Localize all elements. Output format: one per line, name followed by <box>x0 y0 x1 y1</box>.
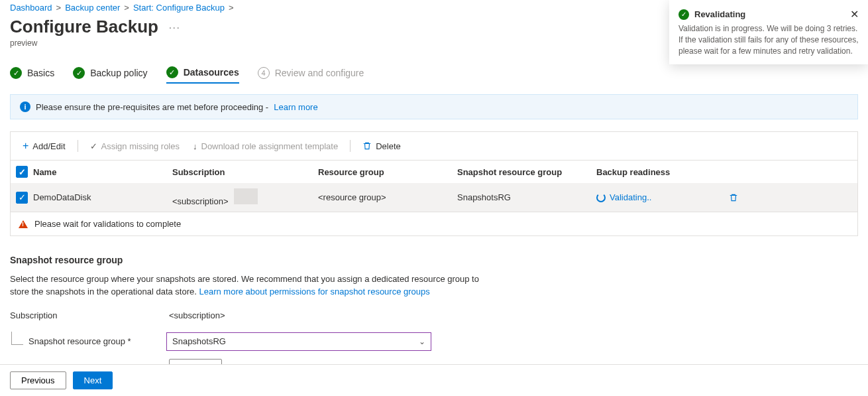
cell-name: DemoDataDisk <box>33 192 172 202</box>
separator <box>78 140 78 152</box>
chevron-down-icon: ⌄ <box>419 337 425 346</box>
step-label: Datasources <box>184 67 239 78</box>
select-all-checkbox[interactable]: ✓ <box>16 166 28 178</box>
subscription-row: Subscription <subscription> <box>10 310 858 320</box>
next-button[interactable]: Next <box>73 371 113 389</box>
page-title: Configure Backup <box>10 17 158 37</box>
button-label: Assign missing roles <box>101 141 180 151</box>
assign-roles-button: ✓ Assign missing roles <box>85 139 186 154</box>
delete-button[interactable]: Delete <box>357 139 406 154</box>
button-label: Delete <box>376 141 401 151</box>
cell-readiness: Validating.. <box>596 192 729 202</box>
chevron-right-icon: > <box>56 3 62 13</box>
download-icon: ↓ <box>193 141 197 151</box>
breadcrumb-item[interactable]: Dashboard <box>10 3 52 13</box>
cell-subscription: <subscription> <box>172 188 318 206</box>
breadcrumb-item[interactable]: Backup center <box>65 3 120 13</box>
breadcrumb-item[interactable]: Start: Configure Backup <box>133 3 225 13</box>
subscription-value: <subscription> <box>169 310 225 320</box>
snapshot-rg-label: Snapshot resource group * <box>28 336 166 346</box>
check-icon: ✓ <box>73 67 85 79</box>
check-icon: ✓ <box>90 141 97 151</box>
wizard-footer: Previous Next <box>0 364 868 396</box>
col-resource-group: Resource group <box>318 167 457 177</box>
step-review: 4 Review and configure <box>258 67 364 83</box>
select-value: SnapshotsRG <box>172 336 226 346</box>
close-button[interactable]: ✕ <box>850 8 859 21</box>
info-banner: i Please ensure the pre-requisites are m… <box>10 94 858 119</box>
readiness-text: Validating.. <box>610 192 651 202</box>
download-template-button: ↓ Download role assignment template <box>188 139 343 154</box>
snapshot-section-title: Snapshot resource group <box>10 255 858 265</box>
row-delete-button[interactable] <box>729 193 755 202</box>
cell-snapshot-rg: SnapshotsRG <box>457 192 596 202</box>
row-checkbox[interactable]: ✓ <box>16 192 28 204</box>
step-backup-policy[interactable]: ✓ Backup policy <box>73 67 147 83</box>
tree-line-icon <box>11 332 23 345</box>
chevron-right-icon: > <box>124 3 129 13</box>
toast-body: Validation is in progress. We will be do… <box>678 23 859 56</box>
table-header-row: ✓ Name Subscription Resource group Snaps… <box>11 161 857 183</box>
col-snapshot-rg: Snapshot resource group <box>457 167 596 177</box>
toast-title: Revalidating <box>694 9 845 19</box>
chevron-right-icon: > <box>229 3 234 13</box>
snapshot-section-desc: Select the resource group where your sna… <box>10 273 487 298</box>
learn-more-link[interactable]: Learn more <box>274 102 317 112</box>
table-row[interactable]: ✓ DemoDataDisk <subscription> <resource … <box>11 183 857 212</box>
previous-button[interactable]: Previous <box>10 371 66 389</box>
step-number-icon: 4 <box>258 67 270 79</box>
step-label: Backup policy <box>90 68 147 78</box>
more-actions-button[interactable]: ··· <box>166 22 184 33</box>
warning-icon <box>19 220 28 228</box>
trash-icon <box>362 141 372 151</box>
col-readiness: Backup readiness <box>596 167 729 177</box>
step-label: Review and configure <box>275 68 364 78</box>
step-datasources[interactable]: ✓ Datasources <box>166 66 239 84</box>
wizard-steps: ✓ Basics ✓ Backup policy ✓ Datasources 4… <box>10 66 858 84</box>
learn-more-link[interactable]: Learn more about permissions for snapsho… <box>199 287 429 297</box>
warning-text: Please wait for validations to complete <box>34 219 181 229</box>
snapshot-rg-row: Snapshot resource group * SnapshotsRG ⌄ <box>10 332 858 351</box>
notification-toast: ✓ Revalidating ✕ Validation is in progre… <box>669 0 868 64</box>
info-icon: i <box>20 101 30 112</box>
button-label: Download role assignment template <box>201 141 339 151</box>
validation-warning-row: Please wait for validations to complete <box>11 212 857 235</box>
col-subscription: Subscription <box>172 167 318 177</box>
subscription-label: Subscription <box>10 310 169 320</box>
plus-icon: + <box>23 140 28 152</box>
add-edit-button[interactable]: + Add/Edit <box>17 137 71 155</box>
button-label: Add/Edit <box>32 141 65 151</box>
check-icon: ✓ <box>166 66 178 78</box>
col-name: Name <box>33 167 172 177</box>
table-toolbar: + Add/Edit ✓ Assign missing roles ↓ Down… <box>11 132 857 161</box>
check-icon: ✓ <box>10 67 22 79</box>
separator <box>350 140 351 152</box>
step-basics[interactable]: ✓ Basics <box>10 67 54 83</box>
datasources-table: + Add/Edit ✓ Assign missing roles ↓ Down… <box>10 131 858 236</box>
spinner-icon <box>596 193 606 202</box>
info-text: Please ensure the pre-requisites are met… <box>36 102 268 112</box>
cell-resource-group: <resource group> <box>318 192 457 202</box>
snapshot-rg-select[interactable]: SnapshotsRG ⌄ <box>166 332 431 351</box>
success-icon: ✓ <box>678 9 689 20</box>
step-label: Basics <box>27 68 54 78</box>
redacted-chip <box>234 188 258 204</box>
